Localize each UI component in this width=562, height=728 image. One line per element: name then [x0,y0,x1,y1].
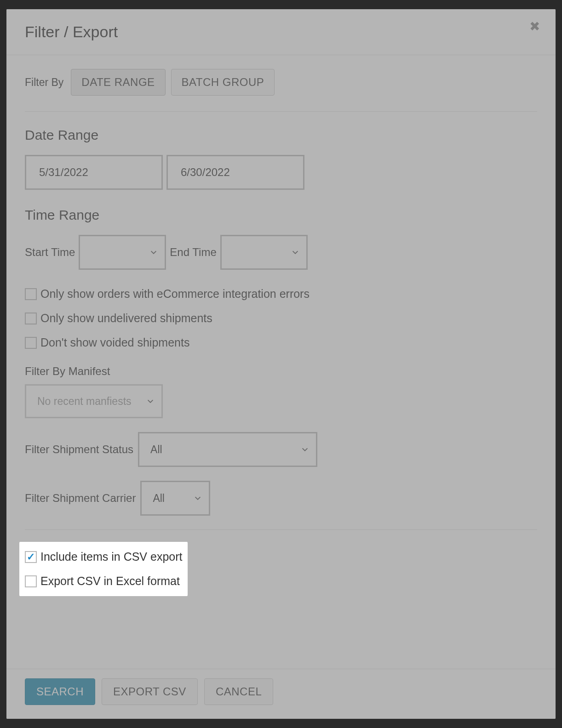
tab-batch-group[interactable]: BATCH GROUP [171,69,275,96]
checkbox-excel-format-label: Export CSV in Excel format [40,574,180,588]
modal-title: Filter / Export [25,23,118,41]
export-csv-button[interactable]: EXPORT CSV [102,678,198,705]
filter-manifest-block: Filter By Manifest No recent manfiests [25,365,537,418]
filter-manifest-select[interactable]: No recent manfiests [25,384,163,418]
checkbox-include-items-row: Include items in CSV export [25,550,182,563]
close-icon[interactable]: ✖ [529,20,540,33]
time-range-heading: Time Range [25,207,537,223]
checkbox-voided-row: Don't show voided shipments [25,336,537,349]
section-divider [25,529,537,530]
filter-status-row: Filter Shipment Status All [25,432,537,467]
checkbox-ecommerce-errors-row: Only show orders with eCommerce integrat… [25,287,537,301]
date-start-input[interactable] [25,155,163,190]
checkbox-voided-label: Don't show voided shipments [40,336,189,349]
checkbox-excel-format-row: Export CSV in Excel format [25,574,182,588]
date-range-row [25,155,537,190]
checkbox-undelivered-row: Only show undelivered shipments [25,312,537,325]
filter-carrier-row: Filter Shipment Carrier All [25,481,537,516]
date-end-input[interactable] [166,155,304,190]
filter-carrier-label: Filter Shipment Carrier [25,492,136,505]
filter-by-label: Filter By [25,76,63,89]
filter-status-label: Filter Shipment Status [25,443,133,456]
end-time-select[interactable] [220,235,308,270]
start-time-select[interactable] [79,235,166,270]
checkbox-voided[interactable] [25,337,37,349]
filter-by-row: Filter By DATE RANGE BATCH GROUP [25,69,537,112]
time-range-row: Start Time End Time [25,235,537,270]
modal-header: Filter / Export ✖ [6,9,556,55]
end-time-label: End Time [170,246,216,259]
checkbox-include-items-label: Include items in CSV export [40,550,182,563]
checkbox-include-items[interactable] [25,551,37,563]
checkbox-ecommerce-errors-label: Only show orders with eCommerce integrat… [40,287,310,301]
filter-manifest-label: Filter By Manifest [25,365,537,378]
checkbox-ecommerce-errors[interactable] [25,288,37,300]
modal-footer: SEARCH EXPORT CSV CANCEL [6,669,556,719]
checkbox-excel-format[interactable] [25,575,37,587]
tab-date-range[interactable]: DATE RANGE [71,69,165,96]
filter-status-select[interactable]: All [138,432,317,467]
search-button[interactable]: SEARCH [25,678,95,705]
filter-carrier-select[interactable]: All [140,481,210,516]
filter-export-modal: Filter / Export ✖ Filter By DATE RANGE B… [6,9,556,719]
cancel-button[interactable]: CANCEL [204,678,273,705]
start-time-label: Start Time [25,246,75,259]
date-range-heading: Date Range [25,127,537,143]
checkbox-undelivered-label: Only show undelivered shipments [40,312,212,325]
checkbox-undelivered[interactable] [25,313,37,324]
csv-options-highlight: Include items in CSV export Export CSV i… [19,542,188,596]
modal-body: Filter By DATE RANGE BATCH GROUP Date Ra… [6,55,556,669]
